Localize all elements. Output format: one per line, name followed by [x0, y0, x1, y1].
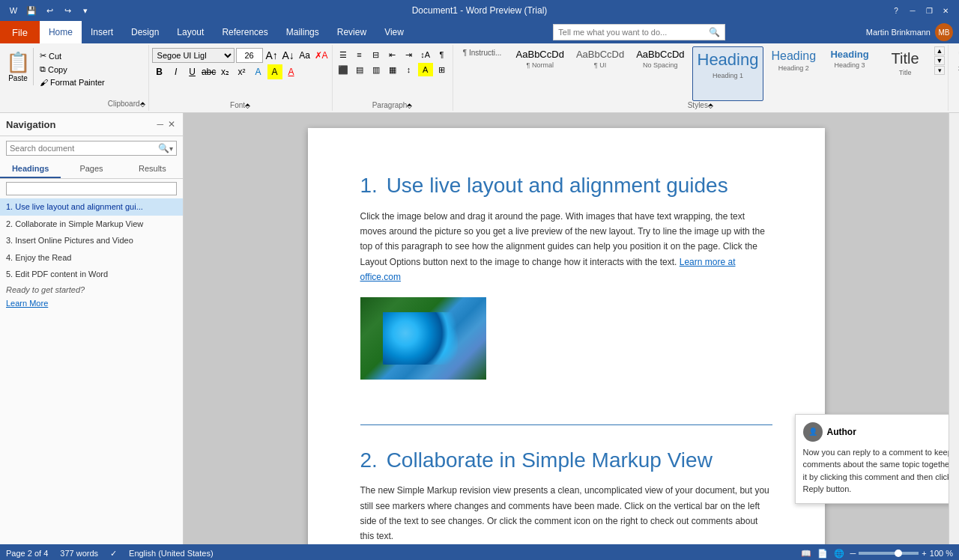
styles-scroll-down[interactable]: ▼ [934, 56, 945, 65]
nav-tab-headings[interactable]: Headings [0, 160, 61, 178]
cut-button[interactable]: ✂ Cut [37, 49, 108, 62]
style-instructional[interactable]: ¶ Instructi... [456, 46, 509, 101]
paste-button[interactable]: 📋 Paste [3, 48, 34, 85]
clear-format-btn[interactable]: ✗A [314, 48, 329, 63]
minimize-btn[interactable]: ─ [905, 4, 920, 17]
subscript-btn[interactable]: x₂ [218, 64, 233, 79]
replace-button[interactable]: ⇄ Replace [955, 62, 959, 75]
tab-references[interactable]: References [213, 21, 276, 43]
close-btn[interactable]: ✕ [938, 4, 953, 17]
nav-item-0[interactable]: 1. Use live layout and alignment gui... [0, 198, 183, 216]
style-heading1[interactable]: Heading Heading 1 [692, 46, 764, 101]
font-name-select[interactable]: Segoe UI Ligl [152, 48, 235, 63]
font-size-input[interactable] [236, 48, 263, 63]
text-effects-btn[interactable]: A [251, 64, 266, 79]
shading-btn[interactable]: A [418, 63, 433, 76]
clipboard-expand-icon[interactable]: ⬘ [140, 100, 145, 108]
section-divider [360, 424, 772, 425]
font-grow-btn[interactable]: A↑ [264, 48, 279, 63]
nav-search-input[interactable] [10, 144, 158, 153]
nav-item-learn-more[interactable]: Learn More [0, 296, 183, 310]
file-tab[interactable]: File [0, 21, 40, 43]
save-btn[interactable]: 💾 [24, 4, 39, 17]
heading-filter-input[interactable] [6, 182, 177, 195]
justify-btn[interactable]: ▦ [385, 63, 400, 76]
flower-image[interactable] [360, 297, 486, 380]
read-mode-btn[interactable]: 📖 [801, 549, 811, 559]
style-no-spacing[interactable]: AaBbCcDd No Spacing [632, 46, 689, 101]
tab-insert[interactable]: Insert [82, 21, 122, 43]
nav-item-1[interactable]: 2. Collaborate in Simple Markup View [0, 216, 183, 233]
highlight-btn[interactable]: A [267, 64, 282, 79]
style-title[interactable]: Title Title [879, 46, 931, 101]
find-button[interactable]: 🔍 Find ▾ [955, 48, 959, 61]
proofing-icon[interactable]: ✓ [110, 549, 117, 559]
strikethrough-btn[interactable]: abc [202, 64, 217, 79]
font-expand-icon[interactable]: ⬘ [245, 102, 250, 109]
styles-expand-icon[interactable]: ⬘ [708, 102, 713, 109]
underline-btn[interactable]: U [185, 64, 200, 79]
undo-btn[interactable]: ↩ [42, 4, 57, 17]
style-normal[interactable]: AaBbCcDd ¶ Normal [512, 46, 569, 101]
style-ui[interactable]: AaBbCcDd ¶ UI [572, 46, 629, 101]
superscript-btn[interactable]: x² [235, 64, 249, 79]
tab-layout[interactable]: Layout [168, 21, 213, 43]
paragraph-expand-icon[interactable]: ⬘ [407, 102, 412, 109]
word-count[interactable]: 377 words [60, 549, 98, 558]
nav-close-btn[interactable]: ✕ [166, 118, 177, 131]
multilevel-btn[interactable]: ⊟ [369, 48, 384, 61]
right-scrollbar[interactable] [949, 113, 959, 544]
borders-btn[interactable]: ⊞ [435, 63, 450, 76]
tab-review[interactable]: Review [328, 21, 375, 43]
align-left-btn[interactable]: ⬛ [336, 63, 351, 76]
nav-search-dropdown[interactable]: ▾ [169, 144, 173, 153]
increase-indent-btn[interactable]: ⇥ [402, 48, 417, 61]
zoom-out-btn[interactable]: ─ [850, 549, 856, 558]
tab-view[interactable]: View [375, 21, 413, 43]
tab-home[interactable]: Home [40, 21, 82, 43]
restore-btn[interactable]: ❐ [922, 4, 937, 17]
zoom-in-btn[interactable]: + [922, 549, 926, 558]
nav-minimize-btn[interactable]: ─ [155, 118, 165, 131]
italic-btn[interactable]: I [169, 64, 184, 79]
nav-item-3[interactable]: 4. Enjoy the Read [0, 249, 183, 267]
copy-button[interactable]: ⧉ Copy [37, 63, 108, 76]
show-marks-btn[interactable]: ¶ [435, 48, 450, 61]
numbering-btn[interactable]: ≡ [352, 48, 367, 61]
tell-me-box[interactable]: 🔍 [553, 24, 725, 40]
zoom-slider[interactable] [859, 552, 919, 555]
align-right-btn[interactable]: ▥ [369, 63, 384, 76]
print-layout-btn[interactable]: 📄 [817, 549, 828, 559]
font-color-btn[interactable]: A [284, 64, 299, 79]
nav-item-2[interactable]: 3. Insert Online Pictures and Video [0, 232, 183, 249]
tab-design[interactable]: Design [122, 21, 168, 43]
nav-tab-results[interactable]: Results [122, 160, 183, 178]
font-shrink-btn[interactable]: A↓ [281, 48, 296, 63]
customize-qa-btn[interactable]: ▾ [78, 4, 93, 17]
nav-item-4[interactable]: 5. Edit PDF content in Word [0, 266, 183, 283]
nav-tab-pages[interactable]: Pages [61, 160, 121, 178]
tell-me-input[interactable] [558, 28, 706, 37]
styles-scroll-up[interactable]: ▲ [934, 46, 945, 55]
bold-btn[interactable]: B [152, 64, 167, 79]
redo-btn[interactable]: ↪ [60, 4, 75, 17]
help-btn[interactable]: ? [889, 4, 904, 17]
select-button[interactable]: ⬚ Select ▾ [955, 76, 959, 89]
style-heading3[interactable]: Heading Heading 3 [823, 46, 876, 101]
language-info[interactable]: English (United States) [129, 549, 214, 558]
sort-btn[interactable]: ↕A [418, 48, 433, 61]
section1-link[interactable]: Learn more at office.com [360, 257, 736, 282]
zoom-level[interactable]: 100 % [930, 549, 953, 558]
nav-search-icon[interactable]: 🔍 [158, 143, 169, 153]
page-info[interactable]: Page 2 of 4 [6, 549, 48, 558]
tab-mailings[interactable]: Mailings [277, 21, 328, 43]
line-spacing-btn[interactable]: ↕ [402, 63, 417, 76]
align-center-btn[interactable]: ▤ [352, 63, 367, 76]
bullets-btn[interactable]: ☰ [336, 48, 351, 61]
format-painter-button[interactable]: 🖌 Format Painter [37, 76, 108, 88]
decrease-indent-btn[interactable]: ⇤ [385, 48, 400, 61]
change-case-btn[interactable]: Aa [297, 48, 312, 63]
web-layout-btn[interactable]: 🌐 [834, 549, 844, 559]
styles-more[interactable]: ▾ [934, 66, 945, 75]
style-heading2[interactable]: Heading Heading 2 [766, 46, 820, 101]
